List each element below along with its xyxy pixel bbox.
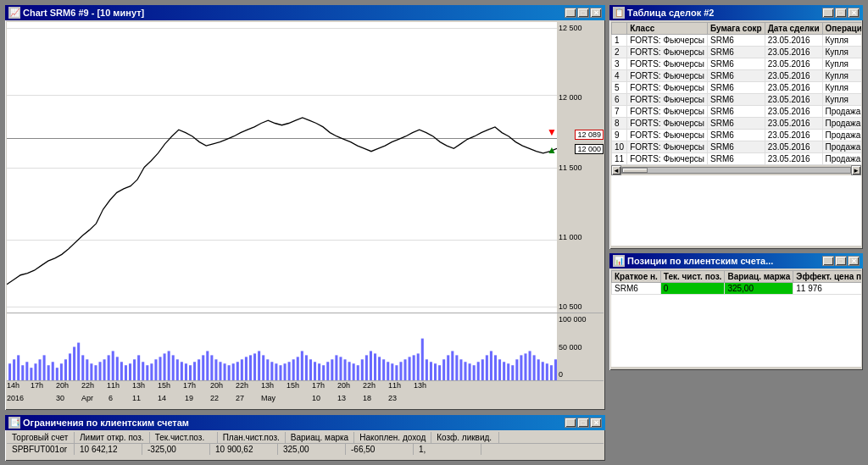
limits-maximize-button[interactable]: □: [577, 418, 589, 428]
table-row: 3 FORTS: Фьючерсы SRM6 23.05.2016 Купля: [612, 58, 862, 70]
close-button[interactable]: ✕: [590, 8, 602, 18]
svg-rect-86: [378, 357, 381, 380]
svg-rect-2: [17, 355, 19, 380]
svg-rect-74: [326, 362, 329, 380]
trades-maximize-button[interactable]: □: [835, 8, 847, 18]
row-op: Продажа: [822, 106, 861, 118]
row-date: 23.05.2016: [765, 94, 822, 106]
pos-maximize-button[interactable]: □: [835, 256, 847, 266]
trades-table: Класс Бумага сокр Дата сделки Операции 1…: [611, 22, 861, 165]
scroll-right-btn[interactable]: ►: [851, 165, 861, 175]
svg-rect-103: [451, 351, 453, 380]
row-num: 10: [612, 141, 627, 153]
svg-rect-57: [253, 353, 256, 380]
svg-rect-100: [438, 365, 441, 380]
svg-rect-81: [357, 365, 359, 380]
svg-rect-110: [481, 359, 484, 380]
lim-hdr-plan: План.чист.поз.: [218, 432, 286, 443]
col-num: [612, 23, 627, 35]
row-class: FORTS: Фьючерсы: [627, 58, 708, 70]
row-class: FORTS: Фьючерсы: [627, 153, 708, 165]
positions-table-content: Краткое н. Тек. чист. поз. Вариац. маржа…: [611, 270, 861, 367]
scroll-left-btn[interactable]: ◄: [611, 165, 621, 175]
table-row: 1 FORTS: Фьючерсы SRM6 23.05.2016 Купля: [612, 35, 862, 47]
svg-rect-126: [550, 365, 553, 380]
svg-rect-36: [164, 353, 166, 380]
svg-rect-71: [314, 362, 316, 380]
svg-rect-10: [52, 362, 54, 380]
xtick-17h3: 17h: [312, 381, 325, 390]
trades-minimize-button[interactable]: _: [822, 8, 834, 18]
trades-hscrollbar[interactable]: ◄ ►: [611, 165, 861, 175]
trades-close-button[interactable]: ✕: [848, 8, 860, 18]
date-27: 27: [236, 394, 244, 402]
maximize-button[interactable]: □: [577, 8, 589, 18]
svg-rect-124: [542, 362, 544, 380]
svg-rect-102: [447, 355, 449, 380]
table-row: 8 FORTS: Фьючерсы SRM6 23.05.2016 Продаж…: [612, 118, 862, 130]
svg-rect-101: [442, 359, 445, 380]
price-label-4: 11 000: [559, 233, 602, 241]
svg-rect-20: [94, 365, 97, 380]
positions-titlebar: 📊 Позиции по клиентским счета... _ □ ✕: [609, 253, 863, 268]
xtick-22h1: 22h: [81, 381, 94, 390]
svg-rect-109: [477, 362, 480, 380]
date-10: 10: [312, 394, 320, 402]
svg-rect-118: [515, 359, 518, 380]
col-date: Дата сделки: [765, 23, 822, 35]
svg-rect-13: [64, 359, 67, 380]
date-2016: 2016: [7, 394, 24, 402]
row-class: FORTS: Фьючерсы: [627, 94, 708, 106]
svg-rect-69: [305, 355, 308, 380]
limits-titlebar: 📑 Ограничения по клиентским счетам _ □ ✕: [5, 415, 605, 430]
svg-rect-94: [413, 355, 415, 380]
trades-title: Таблица сделок #2: [627, 8, 714, 18]
svg-rect-123: [537, 359, 540, 380]
svg-rect-18: [86, 359, 88, 380]
svg-rect-22: [103, 359, 106, 380]
svg-rect-3: [21, 365, 24, 380]
table-row: 4 FORTS: Фьючерсы SRM6 23.05.2016 Купля: [612, 70, 862, 82]
svg-rect-70: [309, 359, 312, 380]
scrollbar-thumb[interactable]: [622, 168, 648, 173]
date-30: 30: [56, 394, 64, 402]
svg-rect-8: [43, 355, 46, 380]
svg-rect-19: [90, 363, 92, 380]
limits-minimize-button[interactable]: _: [565, 418, 576, 428]
svg-rect-38: [172, 355, 175, 380]
svg-rect-16: [77, 343, 80, 380]
pos-row-name: SRM6: [612, 283, 661, 295]
svg-rect-50: [224, 363, 226, 380]
svg-rect-23: [108, 355, 110, 380]
row-num: 11: [612, 153, 627, 165]
svg-rect-96: [421, 339, 424, 380]
limits-close-button[interactable]: ✕: [590, 418, 602, 428]
row-class: FORTS: Фьючерсы: [627, 130, 708, 141]
minimize-button[interactable]: _: [565, 8, 576, 18]
row-date: 23.05.2016: [765, 82, 822, 94]
positions-icon: 📊: [613, 255, 625, 267]
row-class: FORTS: Фьючерсы: [627, 82, 708, 94]
svg-rect-56: [249, 355, 252, 380]
svg-rect-49: [219, 362, 221, 380]
svg-rect-95: [417, 353, 420, 380]
svg-rect-75: [331, 359, 333, 380]
svg-rect-35: [159, 357, 161, 380]
pos-close-button[interactable]: ✕: [848, 256, 860, 266]
row-paper: SRM6: [708, 58, 765, 70]
table-row: 10 FORTS: Фьючерсы SRM6 23.05.2016 Прода…: [612, 141, 862, 153]
chart-volume-area: 100 000 50 000 0: [7, 313, 604, 381]
lim-hdr-coef: Козф. ликвид.: [431, 432, 499, 443]
svg-rect-43: [193, 362, 196, 380]
svg-rect-115: [503, 362, 505, 380]
lim-val-acc: -66,50: [346, 444, 414, 455]
pos-minimize-button[interactable]: _: [822, 256, 834, 266]
svg-rect-97: [426, 359, 428, 380]
row-op: Купля: [822, 94, 861, 106]
svg-rect-89: [391, 363, 393, 380]
table-row: 11 FORTS: Фьючерсы SRM6 23.05.2016 Прода…: [612, 153, 862, 165]
svg-rect-120: [524, 353, 526, 380]
svg-rect-51: [228, 365, 231, 380]
trades-titlebar: 📋 Таблица сделок #2 _ □ ✕: [609, 5, 863, 20]
svg-rect-98: [430, 362, 432, 380]
